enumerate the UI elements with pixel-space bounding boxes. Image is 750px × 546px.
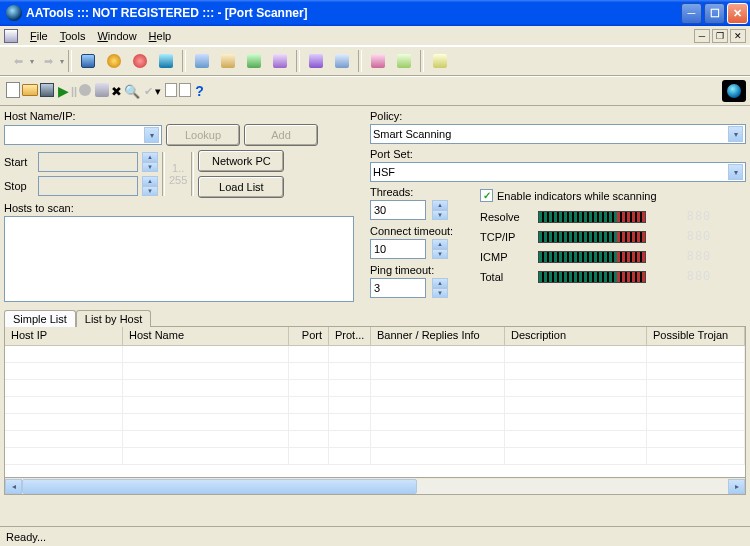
resolve-meter	[538, 211, 646, 223]
enable-indicators-checkbox[interactable]: ✓Enable indicators while scanning	[480, 189, 746, 202]
icmp-label: ICMP	[480, 251, 532, 263]
forward-button[interactable]: ➡	[36, 50, 60, 72]
connect-timeout-input[interactable]: 10	[370, 239, 426, 259]
start-input[interactable]	[38, 152, 138, 172]
col-host-name[interactable]: Host Name	[123, 327, 289, 346]
result-grid: Host IP Host Name Port Prot... Banner / …	[4, 326, 746, 478]
tool-icon-1[interactable]	[76, 50, 100, 72]
mdi-icon	[4, 29, 18, 43]
app-icon	[6, 5, 22, 21]
tools-icon[interactable]: ✖	[111, 84, 122, 99]
total-meter	[538, 271, 646, 283]
back-dropdown-icon[interactable]: ▾	[30, 57, 34, 66]
menubar: File Tools Window Help ─ ❐ ✕	[0, 26, 750, 46]
help-icon[interactable]: ?	[195, 83, 204, 99]
ct-spinner[interactable]: ▲▼	[432, 239, 448, 259]
menu-window[interactable]: Window	[91, 29, 142, 43]
config-icon-1[interactable]	[95, 83, 109, 99]
tool-icon-2[interactable]	[102, 50, 126, 72]
policy-label: Policy:	[370, 110, 746, 122]
title-bar: AATools ::: NOT REGISTERED ::: - [Port S…	[0, 0, 750, 26]
col-trojan[interactable]: Possible Trojan	[647, 327, 745, 346]
add-button[interactable]: Add	[244, 124, 318, 146]
pause-icon[interactable]: ||	[71, 85, 77, 97]
tool-icon-7[interactable]	[242, 50, 266, 72]
window-title: AATools ::: NOT REGISTERED ::: - [Port S…	[26, 6, 681, 20]
tool-icon-10[interactable]	[330, 50, 354, 72]
ping-timeout-input[interactable]: 3	[370, 278, 426, 298]
total-label: Total	[480, 271, 532, 283]
scan-options-panel: Policy: Smart Scanning▾ Port Set: HSF▾ T…	[370, 110, 746, 303]
menu-tools[interactable]: Tools	[54, 29, 92, 43]
scroll-left-icon[interactable]: ◂	[5, 479, 22, 494]
mdi-minimize[interactable]: ─	[694, 29, 710, 43]
chevron-down-icon: ▾	[728, 164, 743, 180]
menu-help[interactable]: Help	[143, 29, 178, 43]
policy-select[interactable]: Smart Scanning▾	[370, 124, 746, 144]
open-icon[interactable]	[22, 84, 38, 98]
network-pc-button[interactable]: Network PC	[198, 150, 284, 172]
doc-icon-2[interactable]	[179, 83, 191, 99]
tab-list-by-host[interactable]: List by Host	[76, 310, 151, 327]
lookup-button[interactable]: Lookup	[166, 124, 240, 146]
grid-body[interactable]	[5, 346, 745, 477]
menu-file[interactable]: File	[24, 29, 54, 43]
mdi-restore[interactable]: ❐	[712, 29, 728, 43]
hostname-label: Host Name/IP:	[4, 110, 364, 122]
threads-input[interactable]: 30	[370, 200, 426, 220]
scroll-thumb[interactable]	[22, 479, 417, 494]
col-port[interactable]: Port	[289, 327, 329, 346]
tcpip-counter: 880	[687, 230, 746, 244]
brush-dropdown-icon[interactable]: ▾	[155, 85, 161, 98]
stop-spinner[interactable]: ▲▼	[142, 176, 158, 196]
play-icon[interactable]: ▶	[58, 83, 69, 99]
col-description[interactable]: Description	[505, 327, 647, 346]
doc-icon-1[interactable]	[165, 83, 177, 99]
search-icon[interactable]: 🔍	[124, 84, 140, 99]
tool-icon-8[interactable]	[268, 50, 292, 72]
scan-input-panel: Host Name/IP: ▾ Lookup Add Start ▲▼ Stop…	[4, 110, 364, 303]
tool-icon-13[interactable]	[428, 50, 452, 72]
chevron-down-icon: ▾	[144, 127, 159, 143]
mdi-close[interactable]: ✕	[730, 29, 746, 43]
close-button[interactable]: ✕	[727, 3, 748, 24]
resolve-counter: 880	[687, 210, 746, 224]
stop-icon[interactable]	[79, 84, 91, 98]
col-protocol[interactable]: Prot...	[329, 327, 371, 346]
minimize-button[interactable]: ─	[681, 3, 702, 24]
maximize-button[interactable]: ☐	[704, 3, 725, 24]
status-bar: Ready...	[0, 526, 750, 546]
load-list-button[interactable]: Load List	[198, 176, 284, 198]
save-icon[interactable]	[40, 83, 54, 99]
result-tabs: Simple List List by Host	[0, 309, 750, 326]
tool-icon-6[interactable]	[216, 50, 240, 72]
brush-icon[interactable]: ✔	[144, 85, 153, 98]
brand-icon	[722, 80, 746, 102]
col-host-ip[interactable]: Host IP	[5, 327, 123, 346]
col-banner[interactable]: Banner / Replies Info	[371, 327, 505, 346]
ping-timeout-label: Ping timeout:	[370, 264, 470, 276]
forward-dropdown-icon[interactable]: ▾	[60, 57, 64, 66]
pt-spinner[interactable]: ▲▼	[432, 278, 448, 298]
hosts-to-scan-textarea[interactable]	[4, 216, 354, 302]
back-button[interactable]: ⬅	[6, 50, 30, 72]
threads-spinner[interactable]: ▲▼	[432, 200, 448, 220]
connect-timeout-label: Connect timeout:	[370, 225, 470, 237]
status-text: Ready...	[6, 531, 46, 543]
portset-label: Port Set:	[370, 148, 746, 160]
horizontal-scrollbar[interactable]: ◂ ▸	[4, 478, 746, 495]
tool-icon-9[interactable]	[304, 50, 328, 72]
tool-icon-12[interactable]	[392, 50, 416, 72]
portset-select[interactable]: HSF▾	[370, 162, 746, 182]
tool-icon-11[interactable]	[366, 50, 390, 72]
hostname-combo[interactable]: ▾	[4, 125, 162, 145]
new-icon[interactable]	[6, 82, 20, 100]
tab-simple-list[interactable]: Simple List	[4, 310, 76, 327]
tool-icon-3[interactable]	[128, 50, 152, 72]
tool-icon-5[interactable]	[190, 50, 214, 72]
icmp-meter	[538, 251, 646, 263]
stop-input[interactable]	[38, 176, 138, 196]
tool-icon-4[interactable]	[154, 50, 178, 72]
scroll-right-icon[interactable]: ▸	[728, 479, 745, 494]
start-spinner[interactable]: ▲▼	[142, 152, 158, 172]
